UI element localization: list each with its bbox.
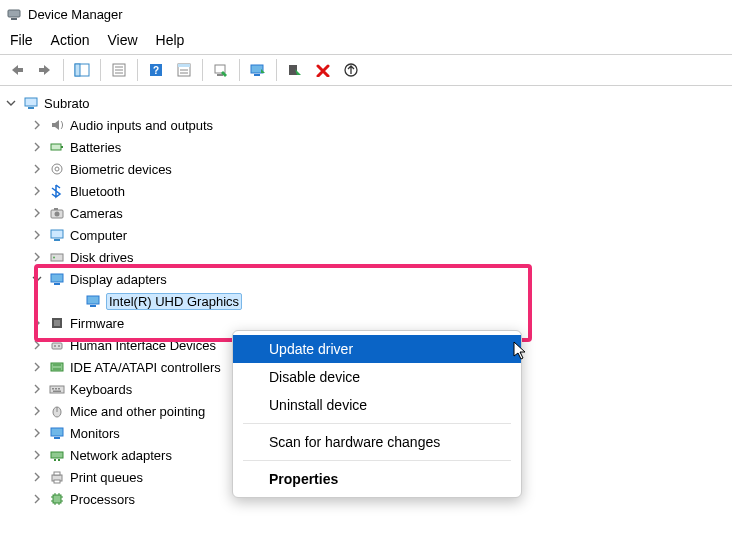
svg-rect-51: [53, 391, 61, 393]
monitors-icon: [48, 424, 66, 442]
show-hide-console-icon[interactable]: [69, 57, 95, 83]
context-menu: Update driver Disable device Uninstall d…: [232, 330, 522, 498]
svg-rect-1: [11, 18, 17, 20]
help-icon[interactable]: ?: [143, 57, 169, 83]
ide-icon: [48, 358, 66, 376]
svg-point-27: [55, 167, 59, 171]
chevron-right-icon[interactable]: [30, 118, 44, 132]
action-list-icon[interactable]: [171, 57, 197, 83]
chevron-right-icon[interactable]: [30, 184, 44, 198]
context-update-driver[interactable]: Update driver: [233, 335, 521, 363]
tree-item-label: Monitors: [70, 426, 120, 441]
svg-rect-25: [61, 146, 63, 148]
context-scan-hardware[interactable]: Scan for hardware changes: [233, 428, 521, 456]
svg-rect-19: [254, 74, 260, 76]
chevron-right-icon[interactable]: [30, 338, 44, 352]
chevron-right-icon[interactable]: [30, 360, 44, 374]
tree-root[interactable]: Subrato: [4, 92, 732, 114]
chevron-right-icon[interactable]: [30, 316, 44, 330]
tree-item-label: Biometric devices: [70, 162, 172, 177]
svg-rect-13: [178, 64, 190, 67]
tree-item-label: Bluetooth: [70, 184, 125, 199]
keyboards-icon: [48, 380, 66, 398]
tree-item-label: Computer: [70, 228, 127, 243]
context-separator: [243, 423, 511, 424]
menu-action[interactable]: Action: [51, 32, 90, 48]
titlebar: Device Manager: [0, 0, 732, 28]
svg-rect-56: [51, 452, 63, 458]
tree-item-bluetooth[interactable]: Bluetooth: [4, 180, 732, 202]
tree-item-cameras[interactable]: Cameras: [4, 202, 732, 224]
tree-item-display[interactable]: Display adapters: [4, 268, 732, 290]
tree-item-audio[interactable]: Audio inputs and outputs: [4, 114, 732, 136]
svg-rect-55: [54, 437, 60, 439]
disable-device-icon[interactable]: [282, 57, 308, 83]
chevron-right-icon[interactable]: [30, 382, 44, 396]
tree-item-label: Audio inputs and outputs: [70, 118, 213, 133]
chevron-right-icon[interactable]: [30, 404, 44, 418]
computer-icon: [22, 94, 40, 112]
chevron-right-icon[interactable]: [30, 206, 44, 220]
context-properties[interactable]: Properties: [233, 465, 521, 493]
chevron-down-icon[interactable]: [4, 96, 18, 110]
tree-item-label: Disk drives: [70, 250, 134, 265]
properties-icon[interactable]: [106, 57, 132, 83]
svg-rect-38: [90, 305, 96, 307]
svg-rect-62: [53, 495, 61, 503]
chevron-right-icon[interactable]: [30, 228, 44, 242]
menu-file[interactable]: File: [10, 32, 33, 48]
chevron-right-icon[interactable]: [30, 492, 44, 506]
firmware-icon: [48, 314, 66, 332]
menu-view[interactable]: View: [107, 32, 137, 48]
scan-hardware-icon[interactable]: [208, 57, 234, 83]
display-icon: [84, 292, 102, 310]
biometric-icon: [48, 160, 66, 178]
svg-rect-50: [58, 388, 60, 390]
window-title: Device Manager: [28, 7, 123, 22]
svg-rect-5: [75, 64, 80, 76]
forward-button[interactable]: [32, 57, 58, 83]
back-button[interactable]: [4, 57, 30, 83]
chevron-right-icon[interactable]: [30, 162, 44, 176]
tree-item-biometric[interactable]: Biometric devices: [4, 158, 732, 180]
svg-rect-57: [54, 459, 56, 461]
svg-rect-32: [54, 239, 60, 241]
update-driver-icon[interactable]: [245, 57, 271, 83]
uninstall-device-icon[interactable]: [310, 57, 336, 83]
context-disable-device[interactable]: Disable device: [233, 363, 521, 391]
tree-item-computer[interactable]: Computer: [4, 224, 732, 246]
menu-help[interactable]: Help: [156, 32, 185, 48]
hid-icon: [48, 336, 66, 354]
svg-rect-2: [17, 68, 23, 72]
chevron-down-icon[interactable]: [30, 272, 44, 286]
tree-item-batteries[interactable]: Batteries: [4, 136, 732, 158]
svg-rect-54: [51, 428, 63, 436]
tree-item-label: Batteries: [70, 140, 121, 155]
svg-rect-0: [8, 10, 20, 17]
toolbar-separator: [276, 59, 277, 81]
svg-point-29: [55, 212, 60, 217]
svg-rect-24: [51, 144, 61, 150]
svg-rect-31: [51, 230, 63, 238]
refresh-icon[interactable]: [338, 57, 364, 83]
chevron-right-icon[interactable]: [30, 250, 44, 264]
chevron-right-icon[interactable]: [30, 140, 44, 154]
chevron-right-icon[interactable]: [30, 448, 44, 462]
svg-rect-41: [52, 343, 62, 349]
tree-item-diskdrives[interactable]: Disk drives: [4, 246, 732, 268]
toolbar-separator: [137, 59, 138, 81]
chevron-right-icon[interactable]: [30, 470, 44, 484]
svg-rect-30: [54, 208, 58, 210]
chevron-right-icon[interactable]: [30, 426, 44, 440]
context-separator: [243, 460, 511, 461]
computer-icon: [48, 226, 66, 244]
svg-point-26: [52, 164, 62, 174]
printqueues-icon: [48, 468, 66, 486]
svg-text:?: ?: [153, 65, 159, 76]
menubar: File Action View Help: [0, 28, 732, 54]
context-uninstall-device[interactable]: Uninstall device: [233, 391, 521, 419]
display-icon: [48, 270, 66, 288]
tree-item-display-child[interactable]: Intel(R) UHD Graphics: [4, 290, 732, 312]
processors-icon: [48, 490, 66, 508]
tree-item-label: Firmware: [70, 316, 124, 331]
